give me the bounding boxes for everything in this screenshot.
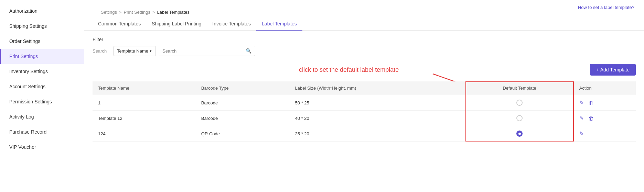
tab-label-templates[interactable]: Label Templates [256, 18, 302, 31]
table-body: 1Barcode50 * 25✎🗑Template 12Barcode40 * … [93, 95, 636, 142]
cell-action-1: ✎🗑 [574, 111, 636, 126]
cell-label-size-1: 40 * 20 [290, 111, 465, 126]
col-header-action: Action [574, 81, 636, 95]
search-label: Search [93, 48, 110, 54]
search-icon[interactable]: 🔍 [246, 48, 251, 54]
col-header-template-name: Template Name [93, 81, 196, 95]
edit-icon-1[interactable]: ✎ [579, 115, 584, 121]
cell-barcode-type-2: QR Code [196, 126, 290, 142]
add-template-button[interactable]: + Add Template [590, 64, 636, 76]
annotation-text: click to set the default label template [299, 66, 399, 74]
radio-default-2[interactable] [516, 131, 523, 137]
search-wrap: 🔍 [159, 46, 255, 56]
help-link[interactable]: How to set a label template? [578, 5, 636, 10]
edit-icon-0[interactable]: ✎ [579, 100, 584, 106]
cell-barcode-type-0: Barcode [196, 95, 290, 111]
table-row: 1Barcode50 * 25✎🗑 [93, 95, 636, 111]
sidebar-item-purchase-record[interactable]: Purchase Record [0, 124, 84, 139]
cell-default-1[interactable] [465, 111, 574, 126]
tab-invoice-templates[interactable]: Invoice Templates [207, 18, 256, 31]
action-icons-1: ✎🗑 [579, 115, 630, 121]
cell-default-0[interactable] [465, 95, 574, 111]
search-input[interactable] [162, 48, 246, 54]
cell-template-name-0: 1 [93, 95, 196, 111]
sidebar-item-shipping-settings[interactable]: Shipping Settings [0, 19, 84, 34]
header-row-tr: Template NameBarcode TypeLabel Size (Wid… [93, 81, 636, 95]
cell-template-name-2: 124 [93, 126, 196, 142]
tabs-bar: Common TemplatesShipping Label PrintingI… [84, 18, 644, 31]
sidebar-item-order-settings[interactable]: Order Settings [0, 34, 84, 49]
cell-default-2[interactable] [465, 126, 574, 142]
table-row: Template 12Barcode40 * 20✎🗑 [93, 111, 636, 126]
chevron-down-icon: ▾ [150, 49, 152, 53]
cell-label-size-2: 25 * 20 [290, 126, 465, 142]
edit-icon-2[interactable]: ✎ [579, 131, 584, 137]
dropdown-value: Template Name [117, 48, 148, 54]
cell-action-2: ✎ [574, 126, 636, 142]
sidebar-item-print-settings[interactable]: Print Settings [0, 49, 84, 64]
table-row: 124QR Code25 * 20✎ [93, 126, 636, 142]
tab-shipping-label-printing[interactable]: Shipping Label Printing [146, 18, 207, 31]
radio-default-1[interactable] [516, 115, 523, 121]
sidebar-item-inventory-settings[interactable]: Inventory Settings [0, 64, 84, 79]
cell-action-0: ✎🗑 [574, 95, 636, 111]
filter-label: Filter [93, 37, 636, 42]
content-area: Filter Search Template Name ▾ 🔍 click to… [84, 31, 644, 192]
filter-section: Filter Search Template Name ▾ 🔍 [93, 37, 636, 56]
cell-barcode-type-1: Barcode [196, 111, 290, 126]
sidebar: AuthorizationShipping SettingsOrder Sett… [0, 0, 84, 192]
breadcrumb-settings[interactable]: Settings [101, 10, 117, 15]
action-icons-2: ✎ [579, 131, 630, 137]
cell-label-size-0: 50 * 25 [290, 95, 465, 111]
sidebar-item-permission-settings[interactable]: Permission Settings [0, 94, 84, 109]
col-header-label-size: Label Size (Width*Height, mm) [290, 81, 465, 95]
header-row: Settings > Print Settings > Label Templa… [84, 0, 644, 15]
tab-common-templates[interactable]: Common Templates [93, 18, 146, 31]
sidebar-item-account-settings[interactable]: Account Settings [0, 79, 84, 94]
col-header-barcode-type: Barcode Type [196, 81, 290, 95]
table-header: Template NameBarcode TypeLabel Size (Wid… [93, 81, 636, 95]
action-icons-0: ✎🗑 [579, 100, 630, 106]
breadcrumb-current: Label Templates [157, 10, 190, 15]
sidebar-item-vip-voucher[interactable]: VIP Voucher [0, 139, 84, 155]
col-header-default-template: Default Template [465, 81, 574, 95]
sidebar-item-activity-log[interactable]: Activity Log [0, 109, 84, 124]
delete-icon-0[interactable]: 🗑 [589, 100, 594, 106]
label-templates-table: Template NameBarcode TypeLabel Size (Wid… [93, 81, 636, 142]
delete-icon-1[interactable]: 🗑 [589, 115, 594, 121]
sidebar-item-authorization[interactable]: Authorization [0, 3, 84, 19]
breadcrumb-print-settings[interactable]: Print Settings [124, 10, 150, 15]
main-content: Settings > Print Settings > Label Templa… [84, 0, 644, 192]
breadcrumb-sep-1: > [119, 10, 122, 15]
breadcrumb-sep-2: > [152, 10, 155, 15]
cell-template-name-1: Template 12 [93, 111, 196, 126]
breadcrumb: Settings > Print Settings > Label Templa… [93, 5, 198, 15]
filter-row: Search Template Name ▾ 🔍 [93, 46, 636, 56]
template-name-dropdown[interactable]: Template Name ▾ [113, 46, 155, 56]
table-wrapper: Template NameBarcode TypeLabel Size (Wid… [93, 81, 636, 142]
radio-default-0[interactable] [516, 100, 523, 106]
